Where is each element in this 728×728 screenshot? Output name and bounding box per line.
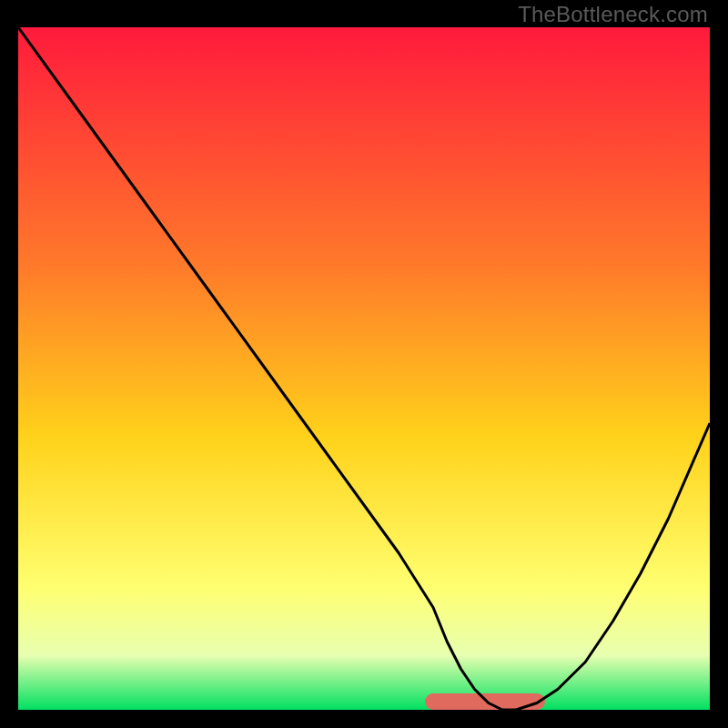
bottleneck-plot [18,27,710,710]
watermark-text: TheBottleneck.com [518,2,708,27]
gradient-background [18,27,710,710]
chart-frame: TheBottleneck.com [0,0,728,728]
